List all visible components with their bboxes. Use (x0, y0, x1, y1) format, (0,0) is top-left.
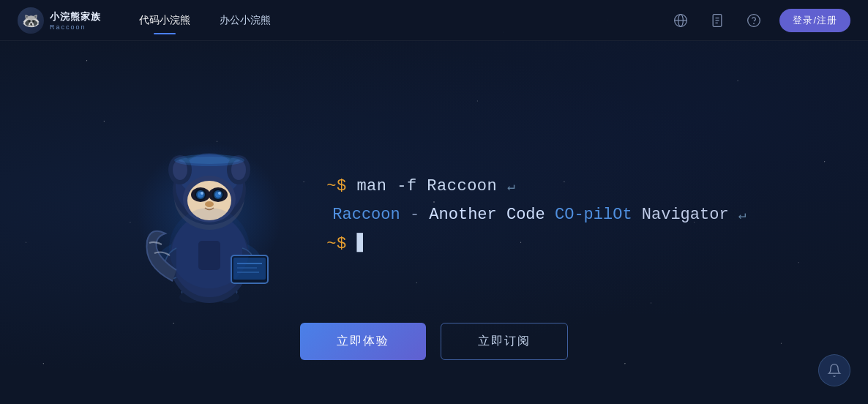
logo-area[interactable]: 🦝 小浣熊家族 Raccoon (18, 7, 101, 34)
globe-icon-btn[interactable] (670, 10, 692, 31)
terminal-result: Raccoon - Another Code CO-pilOt Navigato… (326, 201, 746, 230)
logo-raccoon-face: 🦝 (22, 12, 40, 29)
svg-point-45 (169, 208, 250, 288)
terminal-line-1: ~$ man -f Raccoon ↵ (326, 172, 746, 201)
svg-point-38 (201, 192, 203, 195)
bell-icon (827, 363, 842, 378)
another-word: Another (429, 206, 496, 224)
document-icon-btn[interactable] (706, 10, 728, 31)
login-button[interactable]: 登录/注册 (779, 9, 850, 32)
nav-right: 登录/注册 (670, 9, 850, 32)
svg-point-47 (179, 157, 240, 164)
globe-icon (673, 13, 688, 28)
code-word: Code (506, 206, 555, 224)
cursor: ▋ (356, 235, 367, 253)
navigator-word: Navigator (642, 206, 729, 224)
subscribe-button[interactable]: 立即订阅 (441, 323, 568, 360)
svg-point-7 (748, 14, 760, 26)
document-icon (710, 13, 725, 28)
terminal-cmd: man -f Raccoon (356, 177, 497, 195)
help-icon-btn[interactable] (743, 10, 765, 31)
terminal-enter-1: ↵ (507, 179, 515, 194)
nav-link-code[interactable]: 代码小浣熊 (124, 8, 205, 33)
dash-word: - (410, 206, 429, 224)
notification-button[interactable] (818, 354, 850, 386)
mascot-svg (129, 113, 290, 318)
logo-subtitle: Raccoon (50, 23, 101, 31)
terminal-prompt-3: ~$ (326, 235, 346, 253)
terminal-area: ~$ man -f Raccoon ↵ Raccoon - Another Co… (326, 172, 746, 259)
experience-button[interactable]: 立即体验 (300, 323, 426, 360)
copilot-word: CO-pilOt (555, 206, 632, 224)
mascot-area (121, 105, 297, 325)
svg-point-39 (218, 192, 221, 195)
logo-title: 小浣熊家族 (50, 10, 101, 23)
nav-links: 代码小浣熊 办公小浣熊 (124, 8, 285, 33)
raccoon-name-word: Raccoon (332, 206, 400, 224)
main-content: ~$ man -f Raccoon ↵ Raccoon - Another Co… (0, 41, 868, 404)
hero-container: ~$ man -f Raccoon ↵ Raccoon - Another Co… (121, 105, 746, 325)
navbar: 🦝 小浣熊家族 Raccoon 代码小浣熊 办公小浣熊 (0, 0, 868, 41)
terminal-prompt-1: ~$ (326, 177, 346, 195)
terminal-enter-2: ↵ (738, 208, 747, 222)
svg-point-40 (205, 201, 214, 207)
help-icon (747, 13, 761, 28)
nav-link-office[interactable]: 办公小浣熊 (205, 8, 285, 33)
logo-icon: 🦝 (18, 7, 44, 34)
buttons-row: 立即体验 立即订阅 (300, 323, 568, 360)
terminal-line-3: ~$ ▋ (326, 230, 746, 259)
logo-text: 小浣熊家族 Raccoon (50, 10, 101, 31)
